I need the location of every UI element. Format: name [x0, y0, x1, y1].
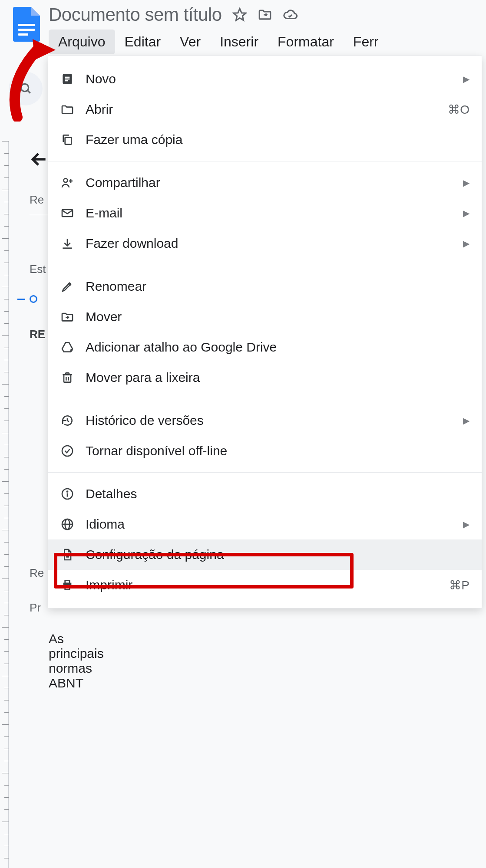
menu-imprimir[interactable]: Imprimir ⌘P — [48, 570, 482, 600]
menu-separator — [48, 399, 482, 399]
star-icon[interactable] — [232, 7, 247, 22]
svg-point-9 — [64, 178, 68, 182]
menu-separator — [48, 161, 482, 161]
chevron-right-icon: ▶ — [463, 238, 469, 249]
chevron-right-icon: ▶ — [463, 74, 469, 84]
document-body-text: As principais normas ABNT — [49, 631, 104, 690]
outline-item[interactable]: RE — [30, 328, 45, 341]
menu-ver[interactable]: Ver — [170, 30, 210, 54]
file-menu-dropdown: Novo ▶ Abrir ⌘O Fazer uma cópia Comparti… — [48, 56, 482, 608]
outline-collapse-button[interactable] — [30, 150, 49, 171]
menu-separator — [48, 265, 482, 265]
menu-novo[interactable]: Novo ▶ — [48, 64, 482, 94]
globe-icon — [60, 517, 74, 531]
history-icon — [60, 414, 74, 427]
outline-bullet[interactable] — [17, 295, 37, 303]
svg-point-27 — [67, 491, 68, 492]
move-folder-icon[interactable] — [258, 7, 272, 22]
menu-item-label: Fazer uma cópia — [86, 132, 182, 147]
vertical-ruler — [0, 141, 9, 868]
menu-abrir[interactable]: Abrir ⌘O — [48, 94, 482, 125]
svg-marker-36 — [33, 39, 56, 60]
download-icon — [60, 237, 74, 250]
svg-rect-35 — [65, 586, 70, 590]
menu-email[interactable]: E-mail ▶ — [48, 198, 482, 228]
menu-mover[interactable]: Mover — [48, 302, 482, 332]
menu-fazer-copia[interactable]: Fazer uma cópia — [48, 125, 482, 155]
svg-rect-20 — [64, 375, 71, 382]
menu-item-label: Configuração da página — [86, 547, 224, 562]
folder-icon — [60, 102, 74, 116]
menu-item-label: Adicionar atalho ao Google Drive — [86, 340, 277, 355]
menu-renomear[interactable]: Renomear — [48, 271, 482, 302]
menu-atalho-drive[interactable]: Adicionar atalho ao Google Drive — [48, 332, 482, 362]
pencil-icon — [60, 279, 74, 293]
shortcut-label: ⌘O — [448, 102, 469, 117]
annotation-arrow — [4, 35, 56, 122]
menu-download[interactable]: Fazer download ▶ — [48, 228, 482, 259]
svg-point-24 — [62, 446, 73, 456]
chevron-right-icon: ▶ — [463, 208, 469, 218]
folder-move-icon — [60, 310, 74, 324]
menu-item-label: Compartilhar — [86, 175, 160, 190]
menu-item-label: Renomear — [86, 279, 146, 294]
menu-separator — [48, 472, 482, 473]
drive-shortcut-icon — [60, 340, 74, 354]
menu-item-label: Tornar disponível off-line — [86, 444, 227, 458]
svg-marker-0 — [233, 9, 245, 20]
menu-item-label: Histórico de versões — [86, 413, 204, 428]
trash-icon — [60, 371, 74, 385]
document-filled-icon — [60, 72, 74, 86]
menu-idioma[interactable]: Idioma ▶ — [48, 509, 482, 539]
menu-formatar[interactable]: Formatar — [268, 30, 344, 54]
menu-offline[interactable]: Tornar disponível off-line — [48, 436, 482, 466]
outline-item[interactable]: Est — [30, 263, 46, 276]
menu-historico-versoes[interactable]: Histórico de versões ▶ — [48, 405, 482, 436]
shortcut-label: ⌘P — [449, 578, 469, 592]
svg-rect-34 — [65, 580, 70, 583]
chevron-right-icon: ▶ — [463, 178, 469, 188]
offline-check-icon — [60, 444, 74, 458]
chevron-right-icon: ▶ — [463, 415, 469, 426]
person-add-icon — [60, 176, 74, 190]
menu-configuracao-pagina[interactable]: Configuração da página — [48, 539, 482, 570]
info-icon — [60, 487, 74, 501]
menu-inserir[interactable]: Inserir — [210, 30, 268, 54]
outline-item[interactable]: Re — [30, 193, 44, 207]
envelope-icon — [60, 206, 74, 220]
menu-item-label: Imprimir — [86, 578, 132, 592]
outline-item[interactable]: Re — [30, 566, 44, 580]
svg-rect-8 — [65, 138, 72, 145]
document-title[interactable]: Documento sem título — [49, 4, 222, 25]
menubar: Arquivo Editar Ver Inserir Formatar Ferr — [49, 30, 388, 54]
menu-ferramentas[interactable]: Ferr — [344, 30, 388, 54]
cloud-saved-icon[interactable] — [283, 7, 298, 22]
print-icon — [60, 578, 74, 592]
outline-separator — [30, 215, 48, 215]
page-setup-icon — [60, 548, 74, 562]
menu-item-label: Fazer download — [86, 236, 178, 251]
menu-compartilhar[interactable]: Compartilhar ▶ — [48, 168, 482, 198]
menu-detalhes[interactable]: Detalhes — [48, 479, 482, 509]
menu-item-label: Abrir — [86, 102, 113, 117]
outline-item[interactable]: Pr — [30, 601, 41, 615]
menu-item-label: Detalhes — [86, 487, 137, 501]
menu-item-label: Idioma — [86, 517, 125, 532]
copy-icon — [60, 133, 74, 147]
menu-lixeira[interactable]: Mover para a lixeira — [48, 362, 482, 393]
chevron-right-icon: ▶ — [463, 519, 469, 529]
menu-item-label: Mover — [86, 309, 122, 324]
menu-item-label: E-mail — [86, 206, 122, 220]
menu-arquivo[interactable]: Arquivo — [49, 30, 115, 54]
menu-item-label: Mover para a lixeira — [86, 370, 200, 385]
menu-item-label: Novo — [86, 72, 116, 86]
menu-editar[interactable]: Editar — [115, 30, 171, 54]
